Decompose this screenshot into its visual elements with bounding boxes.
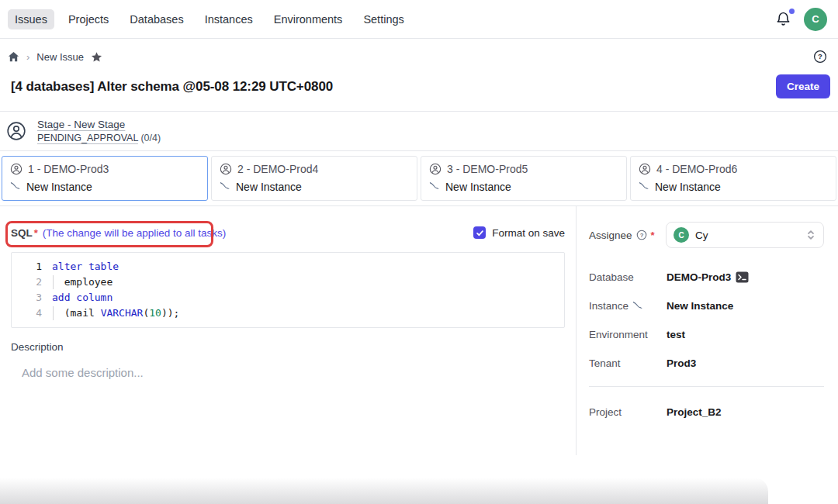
line-number: 2 xyxy=(12,274,52,290)
notification-bell-button[interactable] xyxy=(775,11,791,27)
line-number: 3 xyxy=(12,290,52,306)
assignee-avatar: C xyxy=(674,227,689,243)
assignee-value: Cy xyxy=(695,230,708,241)
instance-label: Instance xyxy=(589,300,667,312)
task-instance-name: New Instance xyxy=(26,181,92,193)
nav-item-projects[interactable]: Projects xyxy=(61,9,116,29)
bell-icon xyxy=(775,11,791,27)
sql-code-editor[interactable]: 1alter table2 employee3add column4 (mail… xyxy=(11,252,565,328)
stage-name-link[interactable]: Stage - New Stage xyxy=(37,119,161,130)
stage-progress: (0/4) xyxy=(140,133,161,143)
user-avatar[interactable]: C xyxy=(804,8,827,31)
sql-pane: SQL * (The change will be applied to all… xyxy=(0,206,576,455)
user-circle-icon xyxy=(10,163,23,175)
nav-item-settings[interactable]: Settings xyxy=(356,9,410,29)
divider xyxy=(589,386,824,387)
sql-note: (The change will be applied to all tasks… xyxy=(43,227,226,239)
task-name: 4 - DEMO-Prod6 xyxy=(656,163,737,175)
nav-item-issues[interactable]: Issues xyxy=(8,9,54,29)
database-label: Database xyxy=(589,271,667,283)
top-navigation: IssuesProjectsDatabasesInstancesEnvironm… xyxy=(0,0,838,39)
line-number: 1 xyxy=(12,259,52,274)
task-card-list: 1 - DEMO-Prod3New Instance2 - DEMO-Prod4… xyxy=(0,151,838,205)
create-button[interactable]: Create xyxy=(776,74,830,98)
user-circle-icon xyxy=(220,163,232,175)
user-circle-icon xyxy=(429,163,442,175)
nav-item-databases[interactable]: Databases xyxy=(123,9,190,29)
line-number: 4 xyxy=(12,306,52,321)
project-label: Project xyxy=(589,406,667,418)
assignee-label: Assignee xyxy=(589,230,632,241)
code-text: (mail VARCHAR(10)); xyxy=(52,306,179,321)
task-instance-name: New Instance xyxy=(655,181,721,193)
project-value: Project_B2 xyxy=(667,406,722,418)
code-text: employee xyxy=(52,274,113,290)
breadcrumb-current[interactable]: New Issue xyxy=(36,51,84,63)
stage-status-link[interactable]: PENDING_APPROVAL xyxy=(37,133,138,143)
editor-line: 4 (mail VARCHAR(10)); xyxy=(12,306,564,321)
mysql-icon xyxy=(639,181,649,192)
environment-value: test xyxy=(667,329,685,340)
svg-text:?: ? xyxy=(639,232,643,239)
editor-line: 1alter table xyxy=(12,259,564,274)
chevron-right-icon: › xyxy=(26,51,29,63)
required-asterisk: * xyxy=(651,230,655,241)
project-row: Project Project_B2 xyxy=(589,406,824,418)
environment-row: Environmenttest xyxy=(589,329,824,340)
new-issue-page: IssuesProjectsDatabasesInstancesEnvironm… xyxy=(0,0,838,504)
chevron-up-down-icon xyxy=(805,229,816,241)
format-on-save-checkbox[interactable] xyxy=(473,226,486,239)
task-instance-name: New Instance xyxy=(236,181,302,193)
mysql-icon xyxy=(632,301,643,312)
bottom-window-shadow xyxy=(0,478,768,504)
editor-line: 3add column xyxy=(12,290,564,306)
task-card[interactable]: 2 - DEMO-Prod4New Instance xyxy=(211,156,417,201)
database-row: DatabaseDEMO-Prod3 xyxy=(589,271,824,283)
assignee-row: Assignee ? * C Cy xyxy=(589,222,824,248)
mysql-icon xyxy=(10,181,21,192)
indent-guide xyxy=(53,275,54,289)
tenant-row: TenantProd3 xyxy=(589,357,824,369)
task-instance-name: New Instance xyxy=(445,181,511,193)
user-circle-icon xyxy=(639,163,651,175)
task-name: 1 - DEMO-Prod3 xyxy=(28,163,109,175)
user-circle-icon xyxy=(6,121,26,141)
issue-header: [4 databases] Alter schema @05-08 12:29 … xyxy=(0,68,838,111)
page-title: [4 databases] Alter schema @05-08 12:29 … xyxy=(11,79,333,95)
instance-value: New Instance xyxy=(667,300,733,312)
code-text: alter table xyxy=(52,259,119,274)
sql-label: SQL xyxy=(11,227,33,239)
home-icon[interactable] xyxy=(8,51,19,63)
format-on-save-label: Format on save xyxy=(492,227,565,239)
required-asterisk: * xyxy=(34,227,38,239)
svg-text:?: ? xyxy=(818,52,822,60)
task-card[interactable]: 4 - DEMO-Prod6New Instance xyxy=(630,156,836,201)
editor-line: 2 employee xyxy=(12,274,564,290)
nav-item-instances[interactable]: Instances xyxy=(198,9,260,29)
code-text: add column xyxy=(52,290,113,306)
task-card[interactable]: 3 - DEMO-Prod5New Instance xyxy=(421,156,627,201)
tenant-value: Prod3 xyxy=(667,357,696,369)
description-input[interactable]: Add some description... xyxy=(11,366,565,397)
tenant-label: Tenant xyxy=(589,357,667,369)
mysql-icon xyxy=(429,181,440,192)
mysql-icon xyxy=(220,181,230,192)
nav-item-environments[interactable]: Environments xyxy=(267,9,350,29)
indent-guide xyxy=(53,306,54,320)
description-label: Description xyxy=(11,341,565,353)
task-name: 3 - DEMO-Prod5 xyxy=(447,163,528,175)
database-value: DEMO-Prod3 xyxy=(667,271,749,283)
format-on-save-control: Format on save xyxy=(473,226,565,239)
help-icon[interactable]: ? xyxy=(813,50,827,64)
breadcrumb: › New Issue ? xyxy=(0,45,838,68)
issue-sidebar: Assignee ? * C Cy xyxy=(576,206,838,455)
environment-label: Environment xyxy=(589,329,667,340)
star-icon[interactable] xyxy=(91,51,102,63)
help-icon[interactable]: ? xyxy=(636,230,647,240)
assignee-select[interactable]: C Cy xyxy=(666,222,824,248)
instance-row: InstanceNew Instance xyxy=(589,300,824,312)
task-card[interactable]: 1 - DEMO-Prod3New Instance xyxy=(2,156,208,201)
sql-label-row: SQL * (The change will be applied to all… xyxy=(11,223,565,243)
sql-editor-terminal-icon[interactable] xyxy=(736,271,749,283)
stage-section: Stage - New Stage PENDING_APPROVAL (0/4) xyxy=(0,112,838,150)
